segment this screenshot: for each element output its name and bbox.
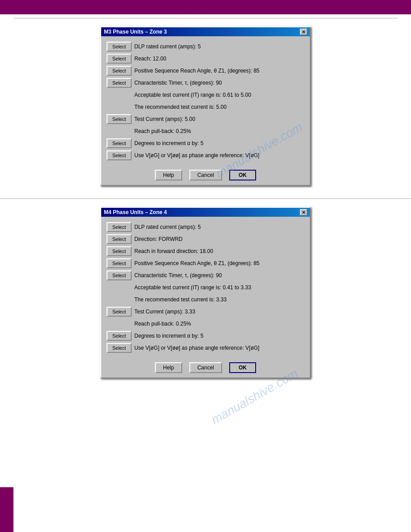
dialog2-ok-button[interactable]: OK [229,362,256,373]
dialog2-select-button-4[interactable]: Select [107,270,132,280]
dialog2-wrapper: M4 Phase Units – Zone 4 ✕ SelectDLP rate… [0,207,411,378]
dialog2-select-button-1[interactable]: Select [107,234,132,244]
dialog-row: SelectCharacteristic Timer, τ, (degrees)… [107,77,304,89]
dialog2-help-button[interactable]: Help [155,362,182,373]
row-label: Positive Sequence Reach Angle, θ Z1, (de… [132,260,304,266]
dialog-row: SelectDegrees to increment α by: 5 [107,137,304,149]
dialog1-select-button-9[interactable]: Select [107,150,132,160]
row-label: Characteristic Timer, τ, (degrees): 90 [132,80,304,86]
dialog1-select-button-3[interactable]: Select [107,78,132,88]
row-label: Direction: FORWRD [132,236,304,242]
dialog-row: Reach pull-back: 0.25% [107,318,304,330]
purple-sidebar-block [0,487,13,532]
row-label: DLP rated current (amps): 5 [132,224,304,230]
dialog2-select-button-7[interactable]: Select [107,307,132,317]
row-label: Characteristic Timer, τ, (degrees): 90 [132,272,304,279]
row-label: Test Current (amps): 5.00 [132,116,304,122]
select-btn-spacer [107,102,132,112]
dialog1-select-button-2[interactable]: Select [107,66,132,76]
row-label: The recommended test current is: 3.33 [132,296,304,303]
select-btn-spacer [107,283,132,292]
dialog2-select-button-0[interactable]: Select [107,222,132,232]
dialog1-select-button-6[interactable]: Select [107,114,132,124]
row-label: Reach pull-back: 0.25% [132,128,304,134]
dialog2-select-button-9[interactable]: Select [107,331,132,341]
dialog-row: Acceptable test current (IT) range is: 0… [107,89,304,101]
row-label: Degrees to increment α by: 5 [132,333,304,339]
row-label: Use V[øG] or V[øø] as phase angle refere… [132,345,304,351]
select-btn-spacer [107,319,132,329]
dialog1-help-button[interactable]: Help [155,170,182,180]
divider-top [13,18,398,18]
dialog-row: SelectDirection: FORWRD [107,233,304,245]
select-btn-spacer [107,90,132,100]
row-label: Reach: 12.00 [132,56,304,62]
dialog-row: SelectCharacteristic Timer, τ, (degrees)… [107,270,304,281]
dialog-row: Reach pull-back: 0.25% [107,125,304,137]
dialog1-close-button[interactable]: ✕ [300,29,307,35]
top-bar [0,0,411,14]
row-label: Use V[øG] or V[øø] as phase angle refere… [132,152,304,159]
row-label: Degrees to increment α by: 5 [132,140,304,146]
dialog1-title: M3 Phase Units – Zone 3 [104,29,167,35]
dialog-row: SelectReach: 12.00 [107,53,304,64]
dialog1-titlebar: M3 Phase Units – Zone 3 ✕ [101,27,310,36]
dialog2-select-button-10[interactable]: Select [107,343,132,353]
dialog1-select-button-1[interactable]: Select [107,54,132,64]
dialog2: M4 Phase Units – Zone 4 ✕ SelectDLP rate… [100,207,311,378]
row-label: Reach pull-back: 0.25% [132,321,304,327]
dialog1-ok-button[interactable]: OK [229,170,256,180]
dialog2-close-button[interactable]: ✕ [300,209,307,215]
dialog1-body: SelectDLP rated current (amps): 5SelectR… [101,36,310,166]
dialog-row: SelectUse V[øG] or V[øø] as phase angle … [107,150,304,161]
dialog-row: SelectTest Current (amps): 3.33 [107,306,304,317]
dialog2-select-button-2[interactable]: Select [107,246,132,256]
dialog-row: SelectUse V[øG] or V[øø] as phase angle … [107,342,304,354]
dialog-row: SelectDegrees to increment α by: 5 [107,330,304,342]
dialog-row: SelectDLP rated current (amps): 5 [107,221,304,233]
dialog-row: The recommended test current is: 3.33 [107,294,304,305]
dialog-row: SelectDLP rated current (amps): 5 [107,41,304,52]
select-btn-spacer [107,295,132,305]
row-label: Acceptable test current (IT) range is: 0… [132,92,304,98]
dialog-row: SelectReach in forward direction: 18.00 [107,245,304,257]
dialog1-select-button-0[interactable]: Select [107,42,132,51]
row-label: Test Current (amps): 3.33 [132,309,304,315]
dialog1-select-button-8[interactable]: Select [107,138,132,148]
row-label: DLP rated current (amps): 5 [132,43,304,50]
dialog1-cancel-button[interactable]: Cancel [189,170,222,180]
row-label: Positive Sequence Reach Angle, θ Z1, (de… [132,68,304,74]
dialog2-select-button-3[interactable]: Select [107,258,132,268]
row-label: Acceptable test current (IT) range is: 0… [132,284,304,291]
dialog-row: SelectPositive Sequence Reach Angle, θ Z… [107,257,304,269]
dialog1-wrapper: M3 Phase Units – Zone 3 ✕ SelectDLP rate… [0,26,411,186]
row-label: Reach in forward direction: 18.00 [132,248,304,254]
dialog-row: Acceptable test current (IT) range is: 0… [107,282,304,293]
dialog-row: The recommended test current is: 5.00 [107,101,304,113]
row-label: The recommended test current is: 5.00 [132,104,304,110]
dialog1: M3 Phase Units – Zone 3 ✕ SelectDLP rate… [100,26,311,186]
divider-middle [0,198,411,199]
dialog2-footer: Help Cancel OK [101,359,310,378]
dialog1-footer: Help Cancel OK [101,166,310,185]
dialog-row: SelectTest Current (amps): 5.00 [107,113,304,125]
dialog2-titlebar: M4 Phase Units – Zone 4 ✕ [101,208,310,217]
dialog-row: SelectPositive Sequence Reach Angle, θ Z… [107,65,304,77]
dialog2-title: M4 Phase Units – Zone 4 [104,209,167,215]
dialog2-body: SelectDLP rated current (amps): 5SelectD… [101,217,310,359]
select-btn-spacer [107,126,132,136]
dialog2-cancel-button[interactable]: Cancel [189,362,222,373]
